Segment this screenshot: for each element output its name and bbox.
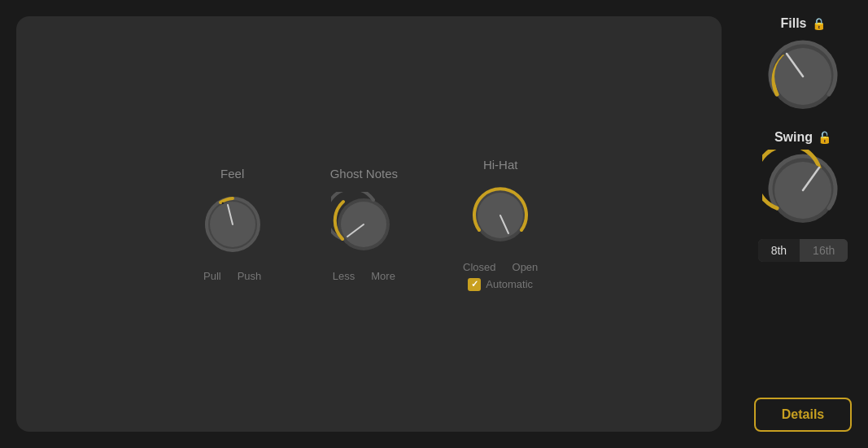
swing-section: Swing 🔓 8th 16th xyxy=(746,130,860,262)
fills-section: Fills 🔒 xyxy=(746,16,860,117)
swing-knob-svg xyxy=(762,150,844,231)
details-button[interactable]: Details xyxy=(754,398,852,432)
hihat-sub-labels: Closed Open xyxy=(463,261,538,273)
hihat-open-label: Open xyxy=(513,261,539,273)
knobs-row: Feel xyxy=(200,158,539,291)
ghost-notes-knob-svg xyxy=(331,192,396,257)
hihat-extras: Closed Open ✓ Automatic xyxy=(463,261,538,291)
ghost-notes-knob-group: Ghost Notes Less xyxy=(330,167,398,282)
fills-knob-svg xyxy=(762,36,844,117)
left-panel: Feel xyxy=(16,16,722,432)
right-panel: Fills 🔒 Swing xyxy=(738,0,868,448)
feel-knob[interactable] xyxy=(200,192,265,257)
automatic-row[interactable]: ✓ Automatic xyxy=(468,278,533,291)
hihat-knob-svg xyxy=(468,183,533,248)
feel-sub-labels: Pull Push xyxy=(203,270,261,282)
feel-pull-label: Pull xyxy=(203,270,221,282)
note-buttons: 8th 16th xyxy=(758,239,848,262)
ghost-notes-sub-labels: Less More xyxy=(333,270,395,282)
swing-lock-icon: 🔓 xyxy=(818,131,831,144)
swing-header: Swing 🔓 xyxy=(774,130,831,145)
fills-header: Fills 🔒 xyxy=(780,16,825,31)
hihat-closed-label: Closed xyxy=(463,261,495,273)
fills-title: Fills xyxy=(780,16,806,31)
main-container: Feel xyxy=(0,0,868,448)
hihat-knob-group: Hi-Hat Closed Open xyxy=(463,158,538,291)
ghost-notes-knob[interactable] xyxy=(331,192,396,257)
ghost-notes-more-label: More xyxy=(371,270,395,282)
swing-title: Swing xyxy=(774,130,813,145)
feel-knob-svg xyxy=(200,192,265,257)
automatic-checkbox[interactable]: ✓ xyxy=(468,278,481,291)
feel-label: Feel xyxy=(220,167,244,181)
hihat-label: Hi-Hat xyxy=(483,158,518,172)
automatic-label: Automatic xyxy=(486,278,533,290)
feel-push-label: Push xyxy=(238,270,262,282)
fills-knob[interactable] xyxy=(762,36,844,117)
swing-knob[interactable] xyxy=(762,150,844,231)
fills-lock-icon: 🔒 xyxy=(812,17,826,30)
ghost-notes-less-label: Less xyxy=(333,270,355,282)
feel-knob-group: Feel xyxy=(200,167,265,282)
8th-button[interactable]: 8th xyxy=(758,239,800,262)
hihat-knob[interactable] xyxy=(468,183,533,248)
16th-button[interactable]: 16th xyxy=(800,239,848,262)
ghost-notes-label: Ghost Notes xyxy=(330,167,398,181)
